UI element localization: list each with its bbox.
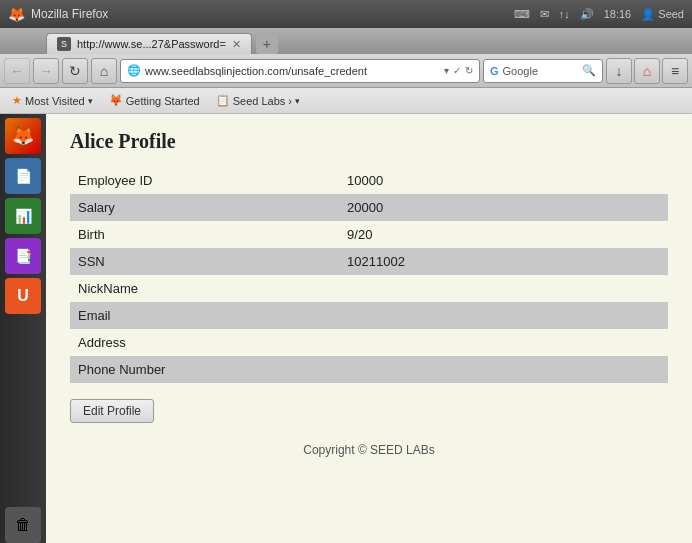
clock: 18:16 <box>604 8 632 20</box>
ubuntu-icon: U <box>17 287 29 305</box>
most-visited-icon: ★ <box>12 94 22 107</box>
google-icon: G <box>490 65 499 77</box>
table-row: SSN10211002 <box>70 248 668 275</box>
address-text: www.seedlabsqlinjection.com/unsafe_crede… <box>145 65 440 77</box>
field-label: Birth <box>70 221 339 248</box>
field-value: 20000 <box>339 194 668 221</box>
field-value: 10000 <box>339 167 668 194</box>
sidebar-presentation[interactable]: 📑 <box>5 238 41 274</box>
field-value: 9/20 <box>339 221 668 248</box>
copyright-text: Copyright © SEED LABs <box>70 443 668 457</box>
search-icon[interactable]: 🔍 <box>582 64 596 77</box>
field-label: NickName <box>70 275 339 302</box>
user-label: 👤 Seed <box>641 8 684 21</box>
titlebar: 🦊 Mozilla Firefox ⌨ ✉ ↑↓ 🔊 18:16 👤 Seed <box>0 0 692 28</box>
table-row: Address <box>70 329 668 356</box>
search-label: Google <box>503 65 538 77</box>
field-value <box>339 329 668 356</box>
firefox-logo: 🦊 <box>8 6 25 22</box>
field-value <box>339 356 668 383</box>
tab-title: http://www.se...27&Password= <box>77 38 226 50</box>
field-value <box>339 275 668 302</box>
forward-icon: → <box>39 63 53 79</box>
window-title: Mozilla Firefox <box>31 7 108 21</box>
search-bar[interactable]: G Google 🔍 <box>483 59 603 83</box>
presentation-icon: 📑 <box>15 248 32 264</box>
field-value <box>339 302 668 329</box>
sidebar-firefox[interactable]: 🦊 <box>5 118 41 154</box>
sidebar-spreadsheet[interactable]: 📊 <box>5 198 41 234</box>
edit-profile-button[interactable]: Edit Profile <box>70 399 154 423</box>
getting-started-label: Getting Started <box>126 95 200 107</box>
sidebar-document[interactable]: 📄 <box>5 158 41 194</box>
table-row: Salary20000 <box>70 194 668 221</box>
address-check[interactable]: ✓ <box>453 65 461 76</box>
seed-labs-dropdown[interactable]: ▾ <box>295 96 300 106</box>
back-icon: ← <box>10 63 24 79</box>
address-favicon: 🌐 <box>127 64 141 77</box>
seed-labs-bookmark[interactable]: 📋 Seed Labs › ▾ <box>212 92 304 109</box>
home-icon: ⌂ <box>100 63 108 79</box>
field-value: 10211002 <box>339 248 668 275</box>
navbar: ← → ↻ ⌂ 🌐 www.seedlabsqlinjection.com/un… <box>0 54 692 88</box>
getting-started-icon: 🦊 <box>109 94 123 107</box>
trash-icon: 🗑 <box>15 516 31 534</box>
active-tab[interactable]: S http://www.se...27&Password= ✕ <box>46 33 252 54</box>
field-label: Address <box>70 329 339 356</box>
table-row: NickName <box>70 275 668 302</box>
document-icon: 📄 <box>15 168 32 184</box>
reload-icon: ↻ <box>69 63 81 79</box>
titlebar-icons: ⌨ ✉ ↑↓ 🔊 18:16 👤 Seed <box>514 8 684 21</box>
home-button[interactable]: ⌂ <box>91 58 117 84</box>
most-visited-bookmark[interactable]: ★ Most Visited ▾ <box>8 92 97 109</box>
download-icon: ↓ <box>616 63 623 79</box>
forward-button[interactable]: → <box>33 58 59 84</box>
address-bar[interactable]: 🌐 www.seedlabsqlinjection.com/unsafe_cre… <box>120 59 480 83</box>
seed-labs-label: Seed Labs › <box>233 95 292 107</box>
download-button[interactable]: ↓ <box>606 58 632 84</box>
main-area: 🦊 📄 📊 📑 U 🗑 Alice Profile Employee ID100… <box>0 114 692 543</box>
back-button[interactable]: ← <box>4 58 30 84</box>
address-dropdown[interactable]: ▾ <box>444 65 449 76</box>
field-label: Employee ID <box>70 167 339 194</box>
nav-right-buttons: ↓ ⌂ ≡ <box>606 58 688 84</box>
field-label: Email <box>70 302 339 329</box>
most-visited-dropdown[interactable]: ▾ <box>88 96 93 106</box>
home-nav-icon: ⌂ <box>643 63 651 79</box>
field-label: Salary <box>70 194 339 221</box>
tab-favicon: S <box>57 37 71 51</box>
most-visited-label: Most Visited <box>25 95 85 107</box>
table-row: Birth9/20 <box>70 221 668 248</box>
bookmarks-bar: ★ Most Visited ▾ 🦊 Getting Started 📋 See… <box>0 88 692 114</box>
content-area: Alice Profile Employee ID10000Salary2000… <box>46 114 692 543</box>
profile-title: Alice Profile <box>70 130 668 153</box>
sidebar-trash[interactable]: 🗑 <box>5 507 41 543</box>
keyboard-icon: ⌨ <box>514 8 530 21</box>
table-row: Email <box>70 302 668 329</box>
tabbar: S http://www.se...27&Password= ✕ + <box>0 28 692 54</box>
menu-icon: ≡ <box>671 63 679 79</box>
home-nav-button[interactable]: ⌂ <box>634 58 660 84</box>
sidebar: 🦊 📄 📊 📑 U 🗑 <box>0 114 46 543</box>
address-refresh[interactable]: ↻ <box>465 65 473 76</box>
table-row: Phone Number <box>70 356 668 383</box>
new-tab-button[interactable]: + <box>256 34 278 54</box>
spreadsheet-icon: 📊 <box>15 208 32 224</box>
menu-button[interactable]: ≡ <box>662 58 688 84</box>
seed-labs-icon: 📋 <box>216 94 230 107</box>
getting-started-bookmark[interactable]: 🦊 Getting Started <box>105 92 204 109</box>
signal-icon: ↑↓ <box>559 8 570 20</box>
sidebar-ubuntu[interactable]: U <box>5 278 41 314</box>
field-label: SSN <box>70 248 339 275</box>
reload-button[interactable]: ↻ <box>62 58 88 84</box>
firefox-icon: 🦊 <box>12 125 34 147</box>
field-label: Phone Number <box>70 356 339 383</box>
volume-icon: 🔊 <box>580 8 594 21</box>
table-row: Employee ID10000 <box>70 167 668 194</box>
mail-icon: ✉ <box>540 8 549 21</box>
profile-table: Employee ID10000Salary20000Birth9/20SSN1… <box>70 167 668 383</box>
tab-close[interactable]: ✕ <box>232 38 241 51</box>
